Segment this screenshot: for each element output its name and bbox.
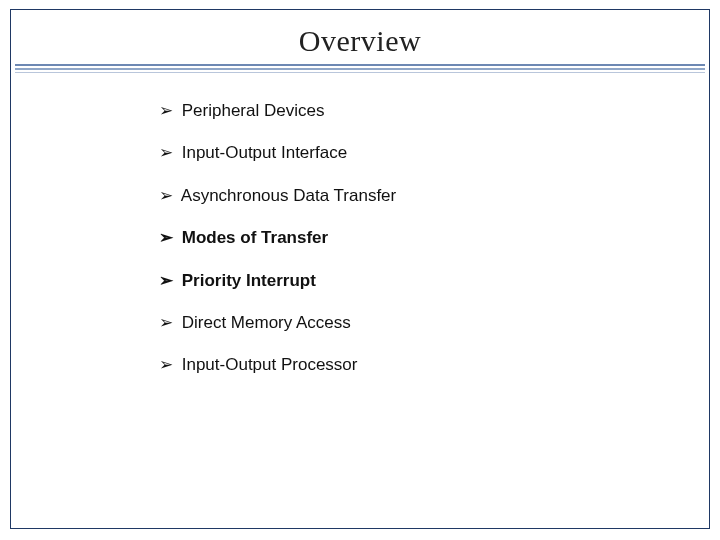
slide-title: Overview: [299, 24, 421, 57]
list-item-label: Input-Output Interface: [182, 143, 347, 162]
bullet-list: ➢ Peripheral Devices ➢ Input-Output Inte…: [11, 73, 709, 376]
bullet-icon: ➢: [159, 143, 177, 163]
bullet-icon: ➢: [159, 271, 177, 291]
bullet-icon: ➢: [159, 186, 177, 206]
list-item-label: Input-Output Processor: [182, 355, 358, 374]
list-item-label: Modes of Transfer: [182, 228, 328, 247]
list-item: ➢ Priority Interrupt: [159, 271, 709, 291]
bullet-icon: ➢: [159, 228, 177, 248]
list-item-label: Peripheral Devices: [182, 101, 325, 120]
list-item: ➢ Peripheral Devices: [159, 101, 709, 121]
bullet-icon: ➢: [159, 101, 177, 121]
list-item: ➢ Direct Memory Access: [159, 313, 709, 333]
slide-frame: Overview ➢ Peripheral Devices ➢ Input-Ou…: [10, 9, 710, 529]
list-item: ➢ Input-Output Processor: [159, 355, 709, 375]
title-area: Overview: [11, 10, 709, 64]
list-item-label: Direct Memory Access: [182, 313, 351, 332]
list-item: ➢ Input-Output Interface: [159, 143, 709, 163]
list-item-label: Priority Interrupt: [182, 271, 316, 290]
list-item: ➢ Asynchronous Data Transfer: [159, 186, 709, 206]
list-item-label: Asynchronous Data Transfer: [181, 186, 396, 205]
bullet-icon: ➢: [159, 355, 177, 375]
list-item: ➢ Modes of Transfer: [159, 228, 709, 248]
bullet-icon: ➢: [159, 313, 177, 333]
title-underline: [15, 64, 705, 73]
